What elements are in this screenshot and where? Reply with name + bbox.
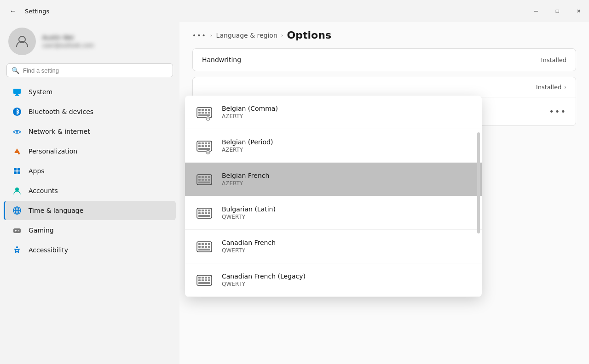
svg-rect-74 [198,249,210,250]
search-container: 🔍 [0,63,179,82]
sidebar-item-network[interactable]: Network & internet [4,122,176,141]
svg-rect-57 [202,210,204,211]
dropdown-item-info: Belgian (Period) AZERTY [222,138,273,153]
minimize-button[interactable]: ─ [525,4,547,18]
svg-rect-35 [202,142,204,144]
gaming-icon [12,225,22,235]
svg-rect-71 [202,246,204,248]
svg-rect-77 [202,277,204,279]
titlebar-title: Settings [25,8,49,15]
dropdown-item-name: Belgian (Comma) [222,105,278,112]
svg-rect-39 [202,145,204,147]
user-name: Austin Wei [42,34,94,41]
accessibility-icon [12,245,22,255]
svg-rect-50 [198,179,201,181]
svg-rect-46 [198,176,201,178]
search-input[interactable] [23,67,168,74]
breadcrumb: ••• › Language & region › Options [179,22,589,41]
keyboard-icon-bulgarian-latin [194,203,214,223]
svg-rect-27 [198,112,201,114]
svg-rect-60 [198,212,201,214]
keyboard-icon-belgian-period [194,136,214,156]
svg-rect-70 [198,246,201,248]
keyboard-dropdown: Belgian (Comma) AZERTY [185,96,482,297]
keyboard-installed-btn[interactable]: Installed › [536,84,566,91]
dropdown-item-canadian-french[interactable]: Canadian French QWERTY [185,230,482,263]
breadcrumb-sep2: › [281,32,283,39]
breadcrumb-parent[interactable]: Language & region [216,32,277,39]
svg-rect-47 [202,176,204,178]
svg-rect-41 [208,145,210,147]
dropdown-scrollbar[interactable] [477,132,480,233]
svg-rect-1 [13,89,21,94]
sidebar-item-accessibility[interactable]: Accessibility [4,240,176,260]
svg-rect-84 [198,282,210,284]
bluetooth-icon [12,107,22,117]
search-box: 🔍 [6,63,173,77]
user-info: Austin Wei user@outlook.com [42,34,94,49]
sidebar-item-personalization[interactable]: Personalization [4,142,176,161]
sidebar: Austin Wei user@outlook.com 🔍 [0,22,179,364]
dropdown-item-belgian-comma[interactable]: Belgian (Comma) AZERTY [185,96,482,129]
avatar [8,28,36,55]
dropdown-item-belgian-period[interactable]: Belgian (Period) AZERTY [185,129,482,163]
svg-rect-63 [208,212,210,214]
monitor-icon [12,87,22,97]
svg-rect-58 [205,210,207,211]
svg-rect-53 [208,179,210,181]
close-button[interactable]: ✕ [568,4,589,18]
dropdown-item-canadian-french-legacy[interactable]: Canadian French (Legacy) QWERTY [185,263,482,297]
dropdown-item-name: Belgian (Period) [222,138,273,146]
content-area: ••• › Language & region › Options Handwr… [179,22,589,364]
titlebar-left: ← Settings [6,4,49,18]
window-controls: ─ □ ✕ [525,4,589,18]
svg-rect-3 [15,95,19,96]
dropdown-item-info: Belgian French AZERTY [222,172,269,187]
svg-rect-49 [208,176,210,178]
svg-rect-72 [205,246,207,248]
dropdown-item-name: Canadian French [222,239,276,246]
sidebar-nav: System Bluetooth & devices [0,82,179,260]
dropdown-item-info: Canadian French (Legacy) QWERTY [222,273,306,287]
sidebar-item-apps[interactable]: Apps [4,161,176,181]
svg-rect-51 [202,179,204,181]
svg-rect-10 [17,171,20,174]
handwriting-status: Installed [541,57,566,63]
svg-rect-67 [202,243,204,245]
svg-rect-54 [198,182,210,183]
svg-rect-76 [198,277,201,279]
handwriting-label: Handwriting [202,56,241,63]
maximize-button[interactable]: □ [547,4,568,18]
svg-point-20 [18,231,19,232]
breadcrumb-current: Options [287,29,331,41]
user-email: user@outlook.com [42,42,94,49]
svg-rect-29 [205,112,207,114]
sidebar-label-personalization: Personalization [29,148,77,155]
svg-rect-37 [208,142,210,144]
svg-point-5 [16,131,18,133]
sidebar-item-system[interactable]: System [4,82,176,102]
svg-rect-48 [205,176,207,178]
more-options-icon[interactable]: ••• [549,107,566,116]
svg-rect-68 [205,243,207,245]
svg-rect-8 [17,168,20,171]
search-icon: 🔍 [12,67,19,74]
chevron-right-icon: › [564,84,566,91]
svg-rect-61 [202,212,204,214]
dropdown-item-bulgarian-latin[interactable]: Bulgarian (Latin) QWERTY [185,196,482,230]
back-icon: ← [10,7,16,15]
back-button[interactable]: ← [6,4,20,18]
sidebar-item-time[interactable]: Time & language [4,201,176,220]
sidebar-label-bluetooth: Bluetooth & devices [29,108,93,115]
svg-rect-40 [205,145,207,147]
user-profile[interactable]: Austin Wei user@outlook.com [0,22,179,63]
breadcrumb-dots[interactable]: ••• [192,32,207,39]
dropdown-item-info: Belgian (Comma) AZERTY [222,105,278,119]
network-icon [12,126,22,136]
dropdown-item-belgian-french[interactable]: Belgian French AZERTY [185,163,482,196]
sidebar-item-accounts[interactable]: Accounts [4,181,176,200]
svg-point-11 [15,188,19,191]
sidebar-item-bluetooth[interactable]: Bluetooth & devices [4,102,176,121]
svg-rect-69 [208,243,210,245]
sidebar-item-gaming[interactable]: Gaming [4,221,176,240]
